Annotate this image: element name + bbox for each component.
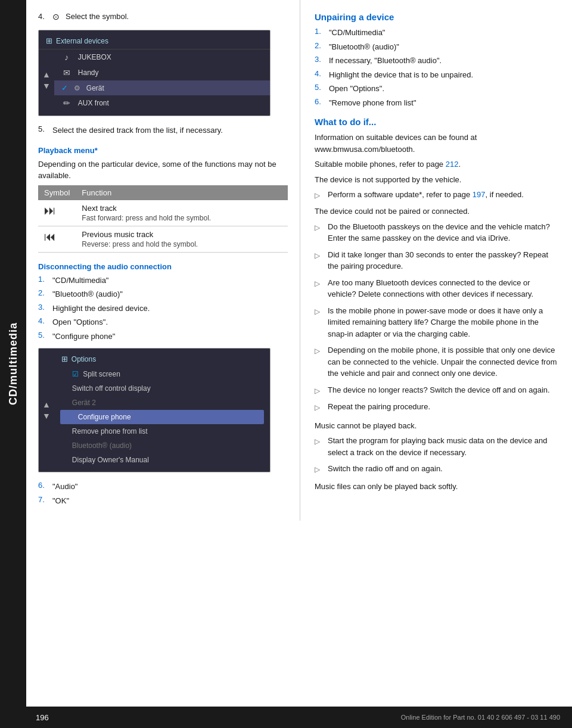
table-row-next: ⏭ Next track Fast forward: press and hol…: [38, 200, 288, 226]
disconnect-step-1: 1. "CD/Multimedia": [38, 275, 288, 287]
step4-num: 4.: [38, 12, 49, 21]
bullet-text-7: The device no longer reacts? Switch the …: [328, 384, 560, 396]
bullet-passkeys: ▷ Do the Bluetooth passkeys on the devic…: [315, 221, 560, 244]
post-step7-num: 7.: [38, 495, 49, 507]
bullet-arrow-4: ▷: [315, 278, 323, 300]
gear-icon: ⚙: [74, 84, 80, 92]
device-screenshot-header: ⊞ External devices: [39, 35, 270, 49]
para1: Information on suitable devices can be f…: [315, 132, 560, 155]
next-track-cell: Next track Fast forward: press and hold …: [76, 200, 288, 226]
options-up-arrow: ▲: [42, 400, 51, 409]
bullet-arrow-10: ▷: [315, 464, 323, 475]
unpairing-step-5: 5. Open "Options".: [315, 83, 560, 95]
bullet-power-save: ▷ Is the mobile phone in power-save mode…: [315, 305, 560, 340]
next-track-label: Next track: [82, 204, 282, 213]
options-gerat2: Gerät 2: [54, 396, 270, 410]
disconnect-step-4: 4. Open "Options".: [38, 316, 288, 328]
bullet-arrow-5: ▷: [315, 306, 323, 340]
post-step6-text: "Audio": [52, 481, 288, 493]
device-screenshot: ⊞ External devices ▲ ▼ ♪ JUKEBOX ✉ Handy: [38, 30, 271, 116]
bullet-text-1: Perform a software update*, refer to pag…: [328, 189, 560, 201]
nav-controls: ▲ ▼: [39, 67, 54, 93]
bullet-too-many: ▷ Are too many Bluetooth devices connect…: [315, 277, 560, 300]
options-split-screen: ☑ Split screen: [54, 367, 270, 381]
d-step2-text: "Bluetooth® (audio)": [52, 288, 288, 300]
footer-text: Online Edition for Part no. 01 40 2 606 …: [401, 714, 560, 721]
prev-track-label: Previous music track: [82, 230, 282, 239]
bullet-30sec: ▷ Did it take longer than 30 seconds to …: [315, 249, 560, 272]
post-step6-num: 6.: [38, 481, 49, 493]
options-switch-off: Switch off control display: [54, 381, 270, 396]
page-212-link[interactable]: 212: [446, 160, 459, 169]
u-step2-num: 2.: [315, 41, 325, 53]
u-step6-num: 6.: [315, 97, 325, 109]
page-197-link[interactable]: 197: [472, 190, 486, 199]
options-screenshot: ▲ ▼ ⊞ Options ☑ Split screen Switch off …: [38, 348, 271, 472]
post-step7-text: "OK": [52, 495, 288, 507]
d-step3-num: 3.: [38, 303, 49, 315]
d-step1-num: 1.: [38, 275, 49, 287]
step5-num: 5.: [38, 125, 49, 136]
unpairing-step-6: 6. "Remove phone from list": [315, 97, 560, 109]
bullet-text-2: Do the Bluetooth passkeys on the device …: [328, 221, 560, 244]
d-step4-text: Open "Options".: [52, 316, 288, 328]
options-gear-icon: ⊞: [61, 354, 68, 363]
prev-track-cell: Previous music track Reverse: press and …: [76, 226, 288, 252]
u-step2-text: "Bluetooth® (audio)": [329, 41, 560, 53]
step-5: 5. Select the desired track from the lis…: [38, 125, 288, 136]
device-item-handy: ✉ Handy: [54, 65, 270, 80]
bullet-text-8: Repeat the pairing procedure.: [328, 401, 560, 413]
split-check-icon: ☑: [72, 370, 79, 378]
bullet-arrow-6: ▷: [315, 346, 323, 379]
para4: The device could not be paired or connec…: [315, 206, 560, 217]
post-step-6: 6. "Audio": [38, 481, 288, 493]
step-4-line: 4. ⊙ Select the symbol.: [38, 12, 288, 21]
post-step-7: 7. "OK": [38, 495, 288, 507]
disconnect-heading: Disconnecting the audio connection: [38, 262, 288, 271]
unpairing-step-1: 1. "CD/Multimedia": [315, 27, 560, 39]
u-step3-text: If necessary, "Bluetooth® audio".: [329, 55, 560, 67]
external-devices-icon: ⊞: [46, 36, 52, 45]
disconnect-step-3: 3. Highlight the desired device.: [38, 303, 288, 315]
table-header-symbol: Symbol: [38, 185, 76, 200]
aux-icon: ✏: [61, 98, 72, 108]
bullet-one-device: ▷ Depending on the mobile phone, it is p…: [315, 344, 560, 379]
unpairing-step-3: 3. If necessary, "Bluetooth® audio".: [315, 55, 560, 67]
bullet-text-6: Depending on the mobile phone, it is pos…: [328, 344, 560, 379]
playback-heading: Playback menu*: [38, 146, 288, 155]
para3: The device is not supported by the vehic…: [315, 174, 560, 186]
d-step4-num: 4.: [38, 316, 49, 328]
jukebox-icon: ♪: [61, 52, 72, 62]
check-icon: ✓: [61, 83, 68, 92]
sidebar-label: CD/multimedia: [7, 322, 20, 405]
bullet-start-program: ▷ Start the program for playing back mus…: [315, 435, 560, 458]
disconnect-step-5: 5. "Configure phone": [38, 331, 288, 343]
device-list: ♪ JUKEBOX ✉ Handy ✓ ⚙ Gerät ✏ AUX fron: [54, 49, 270, 111]
handy-label: Handy: [78, 69, 99, 77]
bullet-text-4: Are too many Bluetooth devices connected…: [328, 277, 560, 300]
up-arrow-icon: ▲: [42, 70, 51, 79]
symbol-icon: ⊙: [52, 12, 60, 21]
next-track-sub: Fast forward: press and hold the symbol.: [82, 214, 282, 222]
table-header-function: Function: [76, 185, 288, 200]
u-step1-num: 1.: [315, 27, 325, 39]
d-step5-text: "Configure phone": [52, 331, 288, 343]
page-number: 196: [36, 713, 49, 722]
bullet-switch-radio: ▷ Switch the radio off and on again.: [315, 463, 560, 475]
d-step5-num: 5.: [38, 331, 49, 343]
playback-table: Symbol Function ⏭ Next track Fast forwar…: [38, 185, 288, 253]
bullet-arrow-1: ▷: [315, 190, 323, 201]
options-header: ⊞ Options: [54, 353, 270, 367]
u-step4-text: Highlight the device that is to be unpai…: [329, 69, 560, 81]
bullet-repeat: ▷ Repeat the pairing procedure.: [315, 401, 560, 413]
bullet-software-update: ▷ Perform a software update*, refer to p…: [315, 189, 560, 201]
main-content: 4. ⊙ Select the symbol. ⊞ External devic…: [26, 0, 572, 521]
bullet-arrow-8: ▷: [315, 402, 323, 413]
d-step1-text: "CD/Multimedia": [52, 275, 288, 287]
u-step4-num: 4.: [315, 69, 325, 81]
playback-desc: Depending on the particular device, some…: [38, 158, 288, 182]
u-step5-text: Open "Options".: [329, 83, 560, 95]
bullet-text-10: Switch the radio off and on again.: [328, 463, 560, 475]
device-item-jukebox: ♪ JUKEBOX: [54, 49, 270, 65]
next-track-symbol: ⏭: [38, 200, 76, 226]
